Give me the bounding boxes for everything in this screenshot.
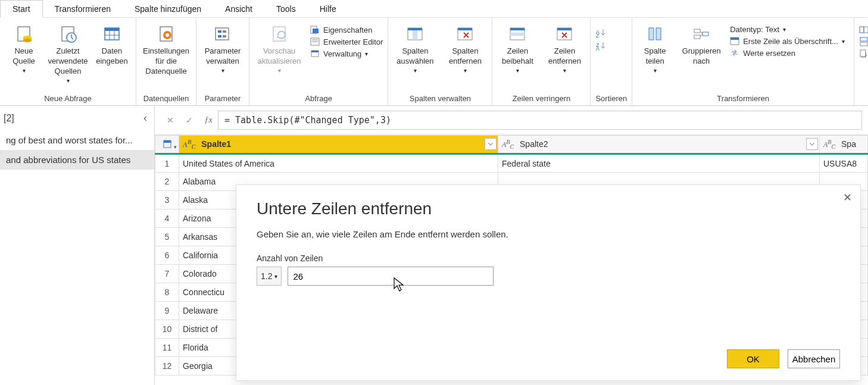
column-header-spalte3[interactable]: ABC Spa <box>820 136 868 154</box>
type-icon: ABC <box>502 140 514 149</box>
svg-rect-17 <box>223 30 226 33</box>
svg-rect-53 <box>860 42 867 46</box>
svg-rect-52 <box>860 37 867 41</box>
first-row-headers-button[interactable]: Erste Zeile als Überschrift...▾ <box>730 35 849 47</box>
manage-parameters-button[interactable]: Parameter verwalten▾ <box>201 23 244 74</box>
advanced-editor-button[interactable]: Erweiterter Editor <box>310 36 383 48</box>
group-new-query: Neue Quelle▾ Zuletzt verwendete Quellen▾… <box>0 18 136 105</box>
group-combine: Ab Ab Da <box>854 18 868 105</box>
replace-values-button[interactable]: Werte ersetzen <box>730 47 849 59</box>
type-icon: ABC <box>823 140 835 149</box>
column-header-spalte2[interactable]: ABC Spalte2 <box>498 136 820 154</box>
label: Vorschau aktualisieren <box>258 46 301 67</box>
label: Eigenschaften <box>323 26 372 35</box>
enter-data-button[interactable]: Daten eingeben <box>93 23 131 67</box>
label: Zeilen beibehalt <box>502 46 533 67</box>
manage-icon <box>310 49 320 58</box>
ribbon: Neue Quelle▾ Zuletzt verwendete Quellen▾… <box>0 18 868 106</box>
tab-help[interactable]: Hilfe <box>308 1 348 17</box>
label: Gruppieren nach <box>682 46 721 67</box>
refresh-preview-button[interactable]: Vorschau aktualisieren▾ <box>254 23 304 74</box>
collapse-pane-button[interactable]: ‹ <box>143 112 147 124</box>
column-filter-button[interactable] <box>485 138 497 150</box>
sort-asc-button[interactable]: AZ <box>595 27 608 38</box>
recent-icon <box>58 24 78 44</box>
combine-files-button[interactable]: Da <box>859 48 868 60</box>
svg-line-47 <box>700 34 702 37</box>
refresh-icon <box>269 24 289 44</box>
keep-rows-button[interactable]: Zeilen beibehalt▾ <box>497 23 538 74</box>
choose-columns-button[interactable]: Spalten auswählen▾ <box>393 23 437 74</box>
svg-rect-56 <box>164 140 171 143</box>
label: Spalten entfernen <box>449 46 482 67</box>
group-by-button[interactable]: Gruppieren nach <box>679 23 724 67</box>
tab-view[interactable]: Ansicht <box>213 1 264 17</box>
svg-rect-28 <box>408 28 422 30</box>
remove-columns-button[interactable]: Spalten entfernen▾ <box>443 23 487 74</box>
label: Parameter verwalten <box>205 46 241 67</box>
replace-icon <box>730 48 739 58</box>
group-label: Transformieren <box>637 92 849 105</box>
label: Zuletzt verwendete Quellen <box>48 46 88 77</box>
database-icon <box>14 24 34 44</box>
dialog-description: Geben Sie an, wie viele Zeilen am Ende e… <box>257 229 840 239</box>
label: Neue Quelle <box>13 46 35 67</box>
label: Verwaltung <box>323 49 361 58</box>
append-queries-button[interactable]: Ab <box>859 36 868 48</box>
label: Werte ersetzen <box>743 49 795 58</box>
close-icon[interactable]: ✕ <box>843 191 852 204</box>
group-label: Parameter <box>201 92 244 105</box>
svg-rect-42 <box>656 28 661 40</box>
value-type-select[interactable]: 1.2 ▾ <box>257 267 282 286</box>
cancel-button[interactable]: Abbrechen <box>788 349 840 368</box>
svg-rect-41 <box>649 28 654 40</box>
column-filter-button[interactable] <box>806 138 818 150</box>
query-item[interactable]: ng of best and worst states for... <box>0 130 154 150</box>
tab-add-column[interactable]: Spalte hinzufügen <box>123 1 213 17</box>
merge-queries-button[interactable]: Ab <box>859 24 868 36</box>
svg-line-46 <box>700 31 702 34</box>
new-source-button[interactable]: Neue Quelle▾ <box>5 23 43 74</box>
split-column-button[interactable]: Spalte teilen▾ <box>637 23 673 74</box>
fx-icon: ƒx <box>199 115 218 125</box>
group-query: Vorschau aktualisieren▾ Eigenschaften Er… <box>249 18 388 105</box>
remove-rows-button[interactable]: Zeilen entfernen▾ <box>544 23 585 74</box>
table-row[interactable]: 1United States of AmericaFederal stateUS… <box>155 154 868 173</box>
row-count-input[interactable] <box>288 267 494 286</box>
group-label: Sortieren <box>595 92 627 105</box>
accept-formula-button[interactable]: ✓ <box>180 111 199 130</box>
label: 1.2 <box>261 271 272 281</box>
group-icon <box>691 24 711 44</box>
svg-text:A: A <box>596 46 600 51</box>
group-parameter: Parameter verwalten▾ Parameter <box>196 18 249 105</box>
tab-transform[interactable]: Transformieren <box>43 1 123 17</box>
label: Spalten auswählen <box>396 46 433 67</box>
recent-sources-button[interactable]: Zuletzt verwendete Quellen▾ <box>49 23 87 84</box>
properties-button[interactable]: Eigenschaften <box>310 24 383 36</box>
group-label: Neue Abfrage <box>5 92 131 105</box>
data-source-settings-button[interactable]: Einstellungen für die Datenquelle <box>141 23 191 77</box>
append-icon <box>859 37 868 46</box>
choose-columns-icon <box>405 24 425 44</box>
svg-point-3 <box>23 39 32 42</box>
svg-text:Z: Z <box>596 33 600 37</box>
cancel-formula-button[interactable]: ✕ <box>161 111 180 130</box>
data-type-button[interactable]: Datentyp: Text▾ <box>730 24 849 35</box>
sort-desc-button[interactable]: ZA <box>595 40 608 51</box>
formula-input[interactable] <box>218 111 862 130</box>
merge-icon <box>859 25 868 35</box>
group-label: Zeilen verringern <box>497 92 585 105</box>
manage-button[interactable]: Verwaltung▾ <box>310 48 383 60</box>
formula-bar: ✕ ✓ ƒx <box>155 106 868 135</box>
label: Spalte teilen <box>644 46 666 67</box>
query-item[interactable]: and abbreviations for US states <box>0 150 154 170</box>
svg-rect-26 <box>311 51 319 52</box>
table-corner[interactable]: ▾ <box>155 136 179 154</box>
tab-tools[interactable]: Tools <box>264 1 308 17</box>
tab-start[interactable]: Start <box>0 0 43 18</box>
column-header-spalte1[interactable]: ABC Spalte1 <box>179 136 498 154</box>
svg-point-13 <box>166 33 169 37</box>
ok-button[interactable]: OK <box>727 349 779 368</box>
gear-document-icon <box>156 24 176 44</box>
svg-rect-7 <box>105 28 119 31</box>
